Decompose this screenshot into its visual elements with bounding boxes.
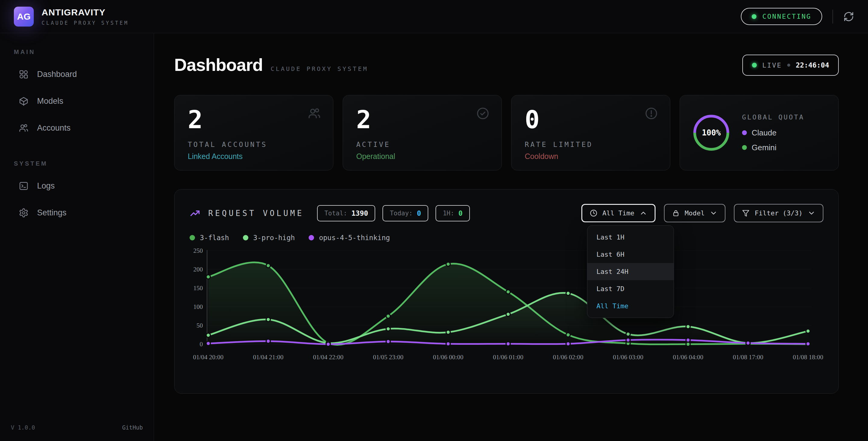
header-divider (832, 10, 833, 24)
menu-item-all-time[interactable]: All Time (587, 297, 674, 315)
data-point (266, 264, 270, 268)
model-dropdown-button[interactable]: Model (664, 204, 725, 222)
chart-title: REQUEST VOLUME (208, 209, 304, 218)
time-range-value: All Time (602, 209, 634, 217)
github-link[interactable]: GitHub (122, 424, 143, 431)
stat-value: 2 (356, 108, 488, 131)
stat-sublabel: Cooldown (525, 152, 657, 161)
x-axis-tick: 01/06 04:00 (673, 354, 704, 361)
data-point (326, 342, 330, 346)
data-point (566, 342, 570, 346)
menu-item-last-7d[interactable]: Last 7D (587, 280, 674, 297)
badge-value: 0 (417, 209, 421, 217)
y-axis-tick: 50 (196, 322, 203, 329)
trending-up-icon (190, 208, 200, 219)
request-volume-chart: 05010015020025001/04 20:0001/04 21:0001/… (190, 248, 824, 366)
legend-label: opus-4-5-thinking (319, 234, 390, 242)
sidebar-item-accounts[interactable]: Accounts (11, 116, 143, 140)
menu-item-last-1h[interactable]: Last 1H (587, 229, 674, 246)
x-axis-tick: 01/08 18:00 (793, 354, 824, 361)
x-axis-tick: 01/04 22:00 (313, 354, 344, 361)
menu-item-last-24h[interactable]: Last 24H (587, 263, 674, 280)
data-point (746, 341, 750, 345)
legend-dot-icon (309, 235, 314, 240)
x-axis-tick: 01/06 01:00 (493, 354, 524, 361)
stat-value: 0 (525, 108, 657, 131)
stat-label: TOTAL ACCOUNTS (188, 141, 320, 148)
sidebar-item-settings[interactable]: Settings (11, 201, 143, 225)
nav-section-system: SYSTEM (14, 160, 143, 167)
cube-icon (19, 96, 29, 106)
data-point (506, 290, 510, 294)
gear-icon (19, 208, 29, 218)
page-subtitle: CLAUDE PROXY SYSTEM (271, 65, 368, 72)
today-requests-badge: Today: 0 (382, 205, 428, 222)
quota-legend-label: Gemini (752, 143, 776, 152)
data-point (266, 317, 270, 322)
model-dropdown-label: Model (685, 209, 705, 217)
data-point (266, 339, 270, 343)
sidebar-item-models[interactable]: Models (11, 89, 143, 113)
y-axis-tick: 150 (193, 285, 203, 292)
data-point (446, 342, 450, 346)
terminal-icon (19, 181, 29, 191)
quota-legend-claude: Claude (742, 128, 804, 138)
y-axis-tick: 100 (193, 303, 203, 311)
sidebar-item-dashboard[interactable]: Dashboard (11, 62, 143, 87)
filter-dropdown-label: Filter (3/3) (755, 209, 803, 217)
sidebar-item-label: Models (37, 96, 63, 106)
app-logo: AG (14, 7, 34, 27)
badge-label: Today: (390, 210, 412, 217)
quota-legend-label: Claude (752, 128, 776, 138)
y-axis-tick: 200 (193, 266, 203, 273)
x-axis-tick: 01/06 03:00 (613, 354, 644, 361)
data-point (506, 312, 510, 317)
chevron-up-icon (639, 209, 647, 217)
x-axis-tick: 01/08 17:00 (733, 354, 764, 361)
gemini-dot-icon (742, 145, 747, 150)
data-point (386, 339, 390, 344)
x-axis-tick: 01/06 02:00 (553, 354, 584, 361)
quota-percent: 100% (692, 113, 731, 152)
chart-legend: 3-flash3-pro-highopus-4-5-thinking (190, 234, 824, 242)
data-point (806, 342, 810, 346)
users-icon (308, 107, 321, 120)
brand: AG ANTIGRAVITY CLAUDE PROXY SYSTEM (14, 7, 129, 27)
data-point (386, 327, 390, 331)
stat-card-active: 2 ACTIVE Operational (343, 95, 502, 170)
sidebar-item-label: Dashboard (37, 70, 77, 79)
time-range-dropdown-button[interactable]: All Time (581, 204, 655, 222)
sidebar: MAIN Dashboard Models Accounts SYSTEM Lo… (0, 33, 154, 441)
filter-dropdown-button[interactable]: Filter (3/3) (734, 204, 824, 222)
badge-label: 1H: (443, 210, 454, 217)
menu-item-last-6h[interactable]: Last 6H (587, 246, 674, 263)
claude-dot-icon (742, 130, 747, 135)
legend-dot-icon (243, 235, 248, 240)
data-point (446, 330, 450, 334)
status-text: CONNECTING (763, 13, 811, 20)
data-point (206, 342, 210, 346)
y-axis-tick: 0 (200, 341, 203, 348)
app-header: AG ANTIGRAVITY CLAUDE PROXY SYSTEM CONNE… (0, 0, 868, 33)
legend-item-3-flash: 3-flash (190, 234, 229, 242)
main-content: Dashboard CLAUDE PROXY SYSTEM LIVE 22:46… (154, 33, 868, 441)
data-point (206, 275, 210, 279)
sidebar-item-logs[interactable]: Logs (11, 174, 143, 198)
users-icon (19, 123, 29, 133)
data-point (206, 333, 210, 337)
stat-sublabel: Linked Accounts (188, 152, 320, 161)
live-status-badge: LIVE 22:46:04 (742, 55, 839, 76)
legend-dot-icon (190, 235, 195, 240)
badge-value: 1390 (351, 209, 368, 217)
stat-label: RATE LIMITED (525, 141, 657, 148)
x-axis-tick: 01/06 00:00 (433, 354, 464, 361)
chevron-down-icon (807, 209, 815, 217)
sidebar-item-label: Settings (37, 208, 67, 217)
app-subtitle: CLAUDE PROXY SYSTEM (41, 20, 129, 26)
badge-value: 0 (458, 209, 463, 217)
dashboard-grid-icon (19, 69, 29, 79)
data-point (566, 291, 570, 295)
refresh-button[interactable] (843, 11, 854, 22)
alert-circle-icon (645, 107, 658, 120)
data-point (626, 338, 630, 342)
